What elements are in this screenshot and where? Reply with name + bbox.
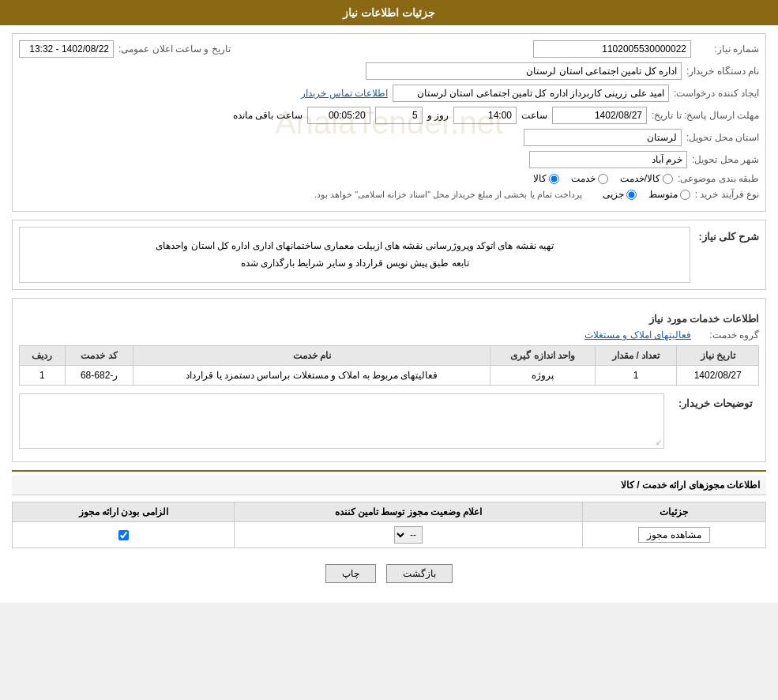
services-table-header-row: تاریخ نیاز تعداد / مقدار واحد اندازه گیر… <box>20 346 759 366</box>
buyer-desc-box: ↙ <box>19 393 664 449</box>
need-description-box: تهیه نقشه های اتوکد وپروژرسانی نقشه های … <box>19 227 690 283</box>
city-label: شهر محل تحویل: <box>692 154 759 165</box>
radio-kala-khedmat-label: کالا/خدمت <box>620 173 660 184</box>
date-label: تاریخ و ساعت اعلان عمومی: <box>118 43 231 55</box>
page-title: جزئیات اطلاعات نیاز <box>343 6 435 19</box>
services-title: اطلاعات خدمات مورد نیاز <box>19 313 759 325</box>
cell-unit: پروژه <box>490 366 596 386</box>
cell-date: 1402/08/27 <box>677 366 759 386</box>
content-area: AnalaTender.net شماره نیاز: تاریخ و ساعت… <box>0 25 778 603</box>
row-province: استان محل تحویل: <box>19 129 759 146</box>
th-perm-details: جزئیات <box>582 502 765 522</box>
th-perm-status: اعلام وضعیت مجوز توسط تامین کننده <box>235 502 583 522</box>
row-service-group: گروه خدمت: فعالیتهای املاک و مستغلات <box>19 329 759 341</box>
city-input[interactable] <box>529 151 687 168</box>
permissions-header-row: جزئیات اعلام وضعیت مجوز توسط تامین کننده… <box>13 502 766 522</box>
permissions-table: جزئیات اعلام وضعیت مجوز توسط تامین کننده… <box>12 502 766 548</box>
main-form-section: AnalaTender.net شماره نیاز: تاریخ و ساعت… <box>12 33 766 212</box>
radio-kala[interactable]: کالا <box>533 173 559 184</box>
service-group-value[interactable]: فعالیتهای املاک و مستغلات <box>584 329 691 341</box>
perm-mandatory-checkbox[interactable] <box>118 530 129 540</box>
th-date: تاریخ نیاز <box>677 346 759 366</box>
th-quantity: تعداد / مقدار <box>595 346 677 366</box>
permissions-title: اطلاعات مجوزهای ارائه خدمت / کالا <box>12 476 766 495</box>
deadline-time-label: ساعت <box>521 110 547 121</box>
cell-row-num: 1 <box>20 366 66 386</box>
cell-service-code: ر-682-68 <box>65 366 133 386</box>
radio-motavasset-label: متوسط <box>648 189 678 200</box>
page-header: جزئیات اطلاعات نیاز <box>0 0 778 25</box>
buyer-desc-row: توضیحات خریدار: ↙ <box>19 393 759 455</box>
radio-jozi-label: جزیی <box>603 189 624 200</box>
perm-mandatory-cell <box>13 522 235 548</box>
deadline-remain-label: ساعت باقی مانده <box>233 110 303 121</box>
contact-link[interactable]: اطلاعات تماس خریدار <box>301 88 388 99</box>
bottom-buttons: بازگشت چاپ <box>12 556 766 595</box>
deadline-days-label: روز و <box>427 110 449 121</box>
row-creator: ایجاد کننده درخواست: اطلاعات تماس خریدار <box>19 85 759 102</box>
need-desc-label: شرح کلی نیاز: <box>698 227 759 243</box>
services-section: اطلاعات خدمات مورد نیاز گروه خدمت: فعالی… <box>12 298 766 462</box>
province-input[interactable] <box>524 129 682 146</box>
deadline-days-input[interactable] <box>375 107 423 124</box>
print-button[interactable]: چاپ <box>325 564 376 583</box>
radio-kala-input[interactable] <box>549 174 559 184</box>
radio-khedmat-label: خدمت <box>571 173 596 184</box>
row-buyer-name: نام دستگاه خریدار: <box>19 62 759 80</box>
radio-jozi[interactable]: جزیی <box>603 189 637 200</box>
service-group-label: گروه خدمت: <box>696 329 759 341</box>
radio-khedmat-input[interactable] <box>598 174 608 184</box>
radio-kala-khedmat-input[interactable] <box>663 174 673 184</box>
perm-mandatory-checkbox-wrapper <box>19 530 227 540</box>
permissions-section: اطلاعات مجوزهای ارائه خدمت / کالا جزئیات… <box>12 470 766 548</box>
row-need-number: شماره نیاز: تاریخ و ساعت اعلان عمومی: <box>19 40 759 58</box>
perm-details-cell: مشاهده مجوز <box>582 522 765 548</box>
cell-quantity: 1 <box>595 366 677 386</box>
th-row-num: ردیف <box>20 346 66 366</box>
resize-handle: ↙ <box>656 438 662 446</box>
th-unit: واحد اندازه گیری <box>490 346 596 366</box>
need-number-label: شماره نیاز: <box>696 43 759 55</box>
permissions-row: مشاهده مجوز -- <box>13 522 766 548</box>
date-input[interactable] <box>19 40 114 58</box>
radio-motavasset-input[interactable] <box>680 190 690 200</box>
cell-service-name: فعالیتهای مربوط به املاک و مستغلات براسا… <box>133 366 490 386</box>
row-city: شهر محل تحویل: <box>19 151 759 168</box>
table-row: 1402/08/27 1 پروژه فعالیتهای مربوط به ام… <box>20 366 759 386</box>
process-radio-group: متوسط جزیی <box>603 189 690 200</box>
need-number-input[interactable] <box>533 40 691 58</box>
radio-jozi-input[interactable] <box>626 190 637 200</box>
need-desc-line1: تهیه نقشه های اتوکد وپروژرسانی نقشه های … <box>30 238 679 255</box>
view-permit-button[interactable]: مشاهده مجوز <box>638 527 709 543</box>
perm-status-select[interactable]: -- <box>394 526 423 544</box>
deadline-remain-input[interactable] <box>307 107 370 124</box>
radio-kala-khedmat[interactable]: کالا/خدمت <box>620 173 673 184</box>
process-label: نوع فرآیند خرید : <box>695 189 759 200</box>
need-description-section: شرح کلی نیاز: تهیه نقشه های اتوکد وپروژر… <box>12 220 766 290</box>
radio-motavasset[interactable]: متوسط <box>648 189 690 200</box>
row-category: طبقه بندی موضوعی: کالا/خدمت خدمت کالا <box>19 173 759 184</box>
deadline-date-input[interactable] <box>552 107 647 124</box>
radio-kala-label: کالا <box>533 173 547 184</box>
th-service-code: کد خدمت <box>65 346 133 366</box>
services-table: تاریخ نیاز تعداد / مقدار واحد اندازه گیر… <box>19 345 759 386</box>
creator-input[interactable] <box>393 85 669 102</box>
back-button[interactable]: بازگشت <box>386 564 453 583</box>
page-wrapper: جزئیات اطلاعات نیاز AnalaTender.net شمار… <box>0 0 778 603</box>
category-radio-group: کالا/خدمت خدمت کالا <box>533 173 673 184</box>
deadline-time-input[interactable] <box>453 107 517 124</box>
creator-label: ایجاد کننده درخواست: <box>674 88 759 99</box>
need-desc-line2: تابعه طبق پیش نویس قرارداد و سایر شرایط … <box>30 255 679 273</box>
buyer-name-input[interactable] <box>366 62 682 80</box>
th-service-name: نام خدمت <box>133 346 490 366</box>
buyer-name-label: نام دستگاه خریدار: <box>686 66 759 77</box>
buyer-desc-label: توضیحات خریدار: <box>672 393 759 413</box>
province-label: استان محل تحویل: <box>686 132 759 143</box>
radio-khedmat[interactable]: خدمت <box>571 173 608 184</box>
row-deadline: مهلت ارسال پاسخ: تا تاریخ: ساعت روز و سا… <box>19 107 759 124</box>
deadline-label: مهلت ارسال پاسخ: تا تاریخ: <box>652 110 759 121</box>
th-perm-mandatory: الزامی بودن ارائه مجوز <box>13 502 235 522</box>
perm-status-cell: -- <box>235 522 583 548</box>
need-description-text: تهیه نقشه های اتوکد وپروژرسانی نقشه های … <box>24 231 686 278</box>
process-notice: پرداخت تمام یا بخشی از مبلغ خریداز محل "… <box>314 190 582 200</box>
